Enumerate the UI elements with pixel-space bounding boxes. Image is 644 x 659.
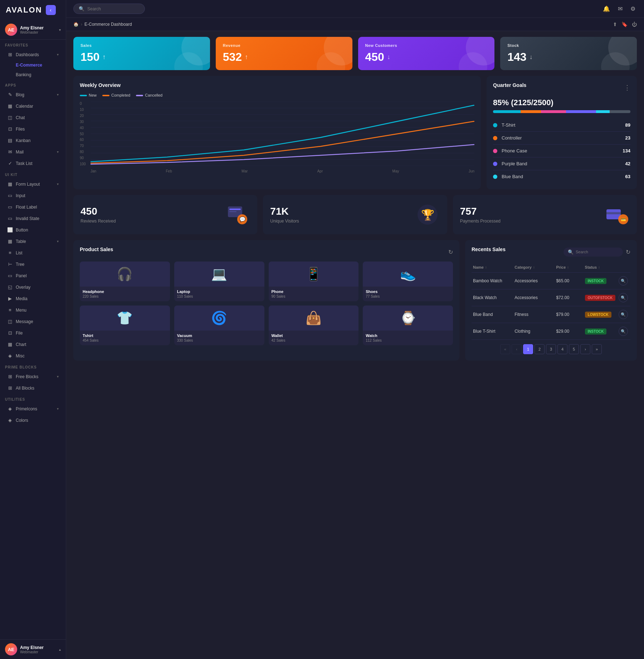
product-sales-header: Product Sales ↻ — [80, 246, 453, 257]
stat-card-sales: Sales 150 ↑ — [73, 37, 210, 70]
col-header-status[interactable]: Status ↕ — [585, 265, 616, 269]
avatar: AE — [5, 24, 17, 36]
row-search-button[interactable]: 🔍 — [619, 293, 628, 302]
sidebar-item-banking[interactable]: Banking — [2, 70, 64, 79]
chart-legend: New Completed Cancelled — [80, 93, 474, 97]
chat-icon: ◫ — [7, 115, 13, 120]
breadcrumb-bookmark-icon[interactable]: 🔖 — [621, 21, 628, 27]
quarter-goals-more-button[interactable]: ⋮ — [624, 84, 630, 92]
sidebar-item-menu[interactable]: ≡ Menu — [2, 304, 64, 316]
goal-name: Purple Band — [502, 161, 625, 166]
search-box[interactable]: 🔍 — [73, 4, 145, 14]
product-item-tshirt: 👕 Tshirt 454 Sales — [80, 306, 170, 345]
page-4-button[interactable]: 4 — [557, 344, 567, 354]
sidebar-item-primeicons[interactable]: ◈ PrimeIcons ▾ — [2, 403, 64, 414]
page-3-button[interactable]: 3 — [546, 344, 556, 354]
goal-item-controller: Controller 23 — [493, 132, 630, 145]
sidebar-item-mail[interactable]: ✉ Mail ▾ — [2, 146, 64, 157]
page-next-button[interactable]: › — [580, 344, 590, 354]
goal-value: 42 — [625, 161, 630, 166]
pagination: « ‹ 1 2 3 4 5 › » — [472, 344, 630, 354]
col-header-name[interactable]: Name ↕ — [473, 265, 512, 269]
goal-dot — [493, 149, 497, 153]
product-sales-refresh-button[interactable]: ↻ — [448, 249, 453, 255]
sidebar-item-chart[interactable]: ▦ Chart — [2, 339, 64, 350]
sidebar-item-list[interactable]: ≡ List — [2, 247, 64, 258]
sidebar-item-overlay[interactable]: ◱ Overlay — [2, 282, 64, 293]
breadcrumb-home[interactable]: 🏠 — [73, 22, 79, 27]
page-1-button[interactable]: 1 — [523, 344, 533, 354]
sidebar-item-tasklist[interactable]: ✓ Task List — [2, 158, 64, 169]
sidebar-toggle-button[interactable]: ‹ — [46, 5, 56, 15]
row-search-button[interactable]: 🔍 — [619, 276, 628, 285]
sidebar-logo: AVALON ‹ — [0, 0, 66, 20]
recent-sales-card: Recents Sales 🔍 ↻ Name ↕ — [465, 240, 637, 361]
settings-button[interactable]: ⚙ — [629, 4, 637, 14]
sidebar-item-table[interactable]: ▦ Table ▾ — [2, 236, 64, 247]
chevron-right-icon: ▾ — [57, 53, 59, 57]
sidebar-item-dashboards[interactable]: ⊞ Dashboards ▾ — [2, 49, 64, 60]
sidebar-item-tree[interactable]: ⊢ Tree — [2, 259, 64, 270]
table-row: Bamboo Watch Accessories $65.00 INSTOCK … — [472, 273, 630, 289]
sidebar-item-file[interactable]: ⊡ File — [2, 327, 64, 338]
page-2-button[interactable]: 2 — [535, 344, 545, 354]
sidebar-item-media[interactable]: ▶ Media — [2, 293, 64, 304]
cell-name: Black Watch — [473, 295, 512, 300]
page-5-button[interactable]: 5 — [569, 344, 579, 354]
sidebar-item-input[interactable]: ▭ Input — [2, 190, 64, 201]
mail-button[interactable]: ✉ — [616, 4, 624, 14]
sidebar-item-message[interactable]: ◫ Message — [2, 316, 64, 327]
progress-seg-3 — [541, 110, 566, 113]
col-header-category[interactable]: Category ↕ — [514, 265, 553, 269]
section-label-favorites: FAVORITES — [0, 40, 66, 49]
sidebar-item-calendar[interactable]: ▦ Calendar — [2, 101, 64, 112]
notifications-button[interactable]: 🔔 — [601, 4, 611, 14]
sidebar-item-chat[interactable]: ◫ Chat — [2, 112, 64, 123]
page-last-button[interactable]: » — [592, 344, 602, 354]
product-item-vacuum: 🌀 Vacuum 330 Sales — [174, 306, 264, 345]
search-input[interactable] — [87, 6, 140, 11]
sidebar-item-freeblocks[interactable]: ⊞ Free Blocks ▾ — [2, 371, 64, 382]
sidebar-item-allblocks[interactable]: ⊞ All Blocks — [2, 382, 64, 394]
logo-text: AVALON — [6, 5, 42, 15]
sidebar-bottom-user[interactable]: AE Amy Elsner Webmaster ▴ — [0, 639, 66, 659]
sidebar-item-misc[interactable]: ◈ Misc — [2, 350, 64, 361]
progress-seg-5 — [596, 110, 610, 113]
sidebar-item-blog[interactable]: ✎ Blog ▾ — [2, 89, 64, 100]
stat-card-stock: Stock 143 ↓ — [500, 37, 637, 70]
row-search-button[interactable]: 🔍 — [619, 327, 628, 336]
product-item-headphone: 🎧 Headphone 220 Sales — [80, 262, 170, 301]
svg-text:💳: 💳 — [620, 217, 626, 222]
sidebar-item-kanban[interactable]: ▤ Kanban — [2, 135, 64, 146]
goal-item-phonecase: Phone Case 134 — [493, 145, 630, 157]
breadcrumb-power-icon[interactable]: ⏻ — [632, 21, 637, 27]
sidebar-item-button[interactable]: ⬜ Button — [2, 224, 64, 235]
sidebar-user[interactable]: AE Amy Elsner Webmaster ▾ — [0, 20, 66, 40]
table-row: Black Watch Accessories $72.00 OUTOFSTOC… — [472, 289, 630, 306]
row-search-button[interactable]: 🔍 — [619, 310, 628, 319]
sidebar-item-files[interactable]: ⊡ Files — [2, 123, 64, 135]
recent-sales-search-input[interactable] — [576, 250, 619, 254]
page-prev-button[interactable]: ‹ — [512, 344, 522, 354]
search-icon: 🔍 — [79, 6, 84, 11]
mini-value-payments: 757 — [460, 206, 501, 217]
sidebar-item-colors[interactable]: ◈ Colors — [2, 415, 64, 426]
quarter-progress: 85% (2125/2500) — [493, 98, 630, 113]
product-item-watch: ⌚ Watch 112 Sales — [363, 306, 453, 345]
breadcrumb-upload-icon[interactable]: ⬆ — [613, 21, 617, 27]
recent-sales-search[interactable]: 🔍 — [564, 248, 623, 257]
sidebar-item-formlayout[interactable]: ▦ Form Layout ▾ — [2, 179, 64, 190]
sidebar-item-panel[interactable]: ▭ Panel — [2, 270, 64, 281]
col-header-price[interactable]: Price ↕ — [556, 265, 582, 269]
page-first-button[interactable]: « — [500, 344, 510, 354]
goal-dot — [493, 162, 497, 166]
cell-category: Clothing — [514, 329, 553, 334]
bottom-user-name: Amy Elsner — [20, 645, 56, 650]
cell-status: INSTOCK — [585, 328, 616, 335]
sidebar-item-floatlabel[interactable]: ▭ Float Label — [2, 201, 64, 213]
recent-sales-refresh-button[interactable]: ↻ — [626, 249, 630, 255]
progress-seg-4 — [566, 110, 596, 113]
goal-item-tshirt: T-Shirt 89 — [493, 119, 630, 132]
sidebar-item-invalidstate[interactable]: ▭ Invalid State — [2, 213, 64, 224]
sidebar-item-ecommerce[interactable]: E-Commerce — [2, 60, 64, 70]
